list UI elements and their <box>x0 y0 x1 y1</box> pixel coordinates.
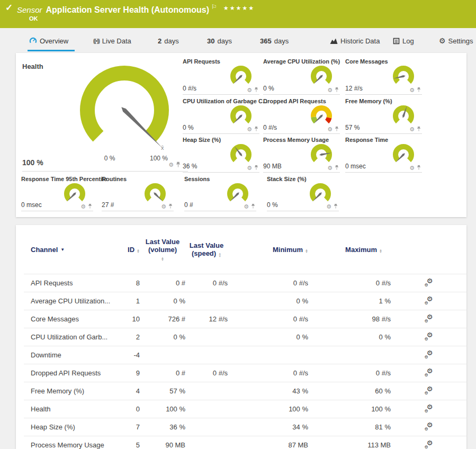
channel-settings-gears-icon[interactable]: ⚙⚙ <box>425 369 433 376</box>
tab-label: Log <box>402 37 414 45</box>
table-row-health: Health0100 %100 %100 %⚙⚙ <box>24 400 466 418</box>
channel-settings-gears-icon[interactable]: ⚙⚙ <box>425 351 433 358</box>
tab-log[interactable]: Log <box>393 32 414 50</box>
channel-settings-gears-icon[interactable]: ⚙⚙ <box>425 423 433 430</box>
tab-2-days[interactable]: 2days <box>158 32 179 50</box>
tab-label: days <box>164 37 178 45</box>
channel-id: 4 <box>116 382 140 400</box>
tab-overview[interactable]: Overview <box>29 32 68 50</box>
table-row-free-memory: Free Memory (%)457 %43 %60 %⚙⚙ <box>24 382 466 400</box>
pin-icon[interactable] <box>176 161 181 168</box>
table-row-api-requests: API Requests80 #0 #/s0 #/s0 #/s⚙⚙ <box>24 274 466 292</box>
gauge-axis-min: 0 % <box>94 155 125 162</box>
column-header-channel[interactable]: Channel▼ <box>24 225 116 274</box>
maximum-value <box>308 346 391 364</box>
channel-settings-gears-icon[interactable]: ⚙⚙ <box>425 441 433 448</box>
gauge-title: Response Time 95th Percentile <box>21 176 107 182</box>
gear-icon[interactable]: ⚙ <box>409 127 415 132</box>
channel-name[interactable]: CPU Utilization of Garb... <box>24 328 116 346</box>
pin-icon[interactable] <box>335 126 339 132</box>
tab-365-days[interactable]: 365days <box>260 32 289 50</box>
last-value-speed <box>185 382 228 400</box>
tab-30-days[interactable]: 30days <box>207 32 232 50</box>
gauge-dial <box>307 65 336 89</box>
channel-id: -4 <box>116 346 140 364</box>
pin-icon[interactable] <box>254 165 258 170</box>
channel-name[interactable]: Health <box>24 400 116 418</box>
pin-icon[interactable] <box>335 165 339 170</box>
last-value-speed <box>185 400 228 418</box>
channel-id: 10 <box>116 310 140 328</box>
channel-name[interactable]: Average CPU Utilization... <box>24 292 116 310</box>
channel-settings-gears-icon[interactable]: ⚙⚙ <box>425 315 433 322</box>
channel-name[interactable]: API Requests <box>24 274 116 292</box>
gear-icon[interactable]: ⚙ <box>247 87 252 93</box>
channel-name[interactable]: Dropped API Requests <box>24 364 116 382</box>
maximum-value: 113 MB <box>308 436 391 449</box>
column-header-minimum[interactable]: Minimum▲▼ <box>228 225 308 274</box>
channel-name[interactable]: Heap Size (%) <box>24 418 116 436</box>
channel-name[interactable]: Downtime <box>24 346 116 364</box>
column-header-maximum[interactable]: Maximum▲▼ <box>308 225 391 274</box>
gauge-dial <box>389 65 418 89</box>
gauge-title: Response Time <box>345 137 388 143</box>
channel-name[interactable]: Free Memory (%) <box>24 382 116 400</box>
gear-icon[interactable]: ⚙ <box>244 204 249 209</box>
channel-name[interactable]: Core Messages <box>24 310 116 328</box>
tab-live-data[interactable]: ((•))Live Data <box>93 32 131 50</box>
sort-icon[interactable]: ▲▼ <box>218 253 221 257</box>
channel-settings-gears-icon[interactable]: ⚙⚙ <box>425 333 433 340</box>
gauge-value: 0 % <box>267 201 278 209</box>
gear-icon[interactable]: ⚙ <box>327 165 333 170</box>
pin-icon[interactable] <box>254 126 258 132</box>
pin-icon[interactable] <box>88 203 92 209</box>
channel-name[interactable]: Process Memory Usage <box>24 436 116 449</box>
flag-icon[interactable]: ⚐ <box>211 3 217 11</box>
tab-settings[interactable]: ⚙Settings <box>439 32 473 50</box>
gear-icon[interactable]: ⚙ <box>161 204 166 209</box>
pin-icon[interactable] <box>254 87 258 93</box>
last-value-speed <box>185 328 228 346</box>
channel-settings-gears-icon[interactable]: ⚙⚙ <box>425 297 433 304</box>
gear-icon[interactable]: ⚙ <box>326 204 331 209</box>
last-value-speed <box>185 292 228 310</box>
channel-settings-gears-icon[interactable]: ⚙⚙ <box>425 405 433 412</box>
gear-icon[interactable]: ⚙ <box>409 165 415 170</box>
gear-icon[interactable]: ⚙ <box>80 204 86 209</box>
last-value-speed <box>185 346 228 364</box>
channel-settings-gears-icon[interactable]: ⚙⚙ <box>425 279 433 286</box>
priority-stars[interactable]: ★★★★★ <box>223 5 255 11</box>
sort-icon[interactable]: ▲▼ <box>379 249 382 254</box>
gear-icon[interactable]: ⚙ <box>327 87 333 93</box>
gear-icon[interactable]: ⚙ <box>409 87 415 93</box>
gear-icon[interactable]: ⚙ <box>247 127 252 132</box>
tab-historic-data[interactable]: Historic Data <box>330 32 380 50</box>
gauge-title: Core Messages <box>345 58 388 65</box>
pin-icon[interactable] <box>335 87 339 93</box>
pin-icon[interactable] <box>417 126 421 132</box>
sort-icon[interactable]: ▲▼ <box>137 249 140 254</box>
gauge-value: 90 MB <box>263 163 282 170</box>
pin-icon[interactable] <box>334 203 338 209</box>
channel-settings-gears-icon[interactable]: ⚙⚙ <box>425 387 433 394</box>
gauge-value: 0 #/s <box>263 124 277 131</box>
last-value-volume: 57 % <box>140 382 185 400</box>
gauge-value: 0 % <box>263 85 274 92</box>
column-header-id[interactable]: ID▲▼ <box>116 225 140 274</box>
channel-id: 7 <box>116 418 140 436</box>
mean-marker: x̄ <box>161 145 164 151</box>
sort-icon[interactable]: ▲▼ <box>161 257 164 262</box>
column-header-last-value-speed[interactable]: Last Value (speed)▲▼ <box>185 225 228 274</box>
pin-icon[interactable] <box>417 87 421 93</box>
last-value-speed: 0 #/s <box>185 364 228 382</box>
pin-icon[interactable] <box>168 203 173 209</box>
gear-icon[interactable]: ⚙ <box>168 162 174 167</box>
pin-icon[interactable] <box>251 203 255 209</box>
last-value-volume: 0 % <box>140 328 185 346</box>
tab-label: Historic Data <box>340 37 380 45</box>
gear-icon[interactable]: ⚙ <box>327 127 333 132</box>
column-header-last-value-volume[interactable]: Last Value (volume) ▲▼ <box>140 225 185 274</box>
gear-icon[interactable]: ⚙ <box>247 165 252 170</box>
pin-icon[interactable] <box>417 165 421 170</box>
sort-icon[interactable]: ▲▼ <box>305 249 308 254</box>
